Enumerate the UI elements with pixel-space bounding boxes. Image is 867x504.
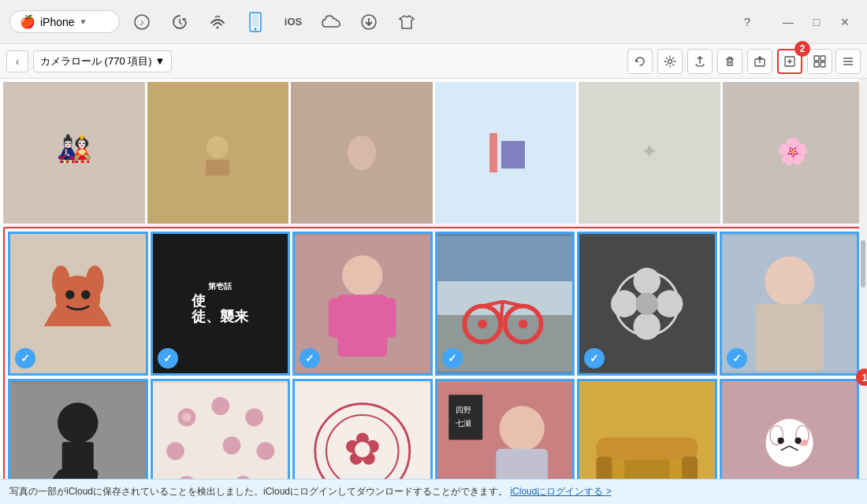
photo-item[interactable]: ✓: [8, 379, 148, 479]
settings-button[interactable]: [657, 49, 683, 74]
close-button[interactable]: ✕: [832, 9, 858, 35]
svg-text:✦: ✦: [641, 139, 658, 163]
svg-rect-97: [496, 449, 548, 479]
photo-item[interactable]: [147, 82, 289, 224]
svg-rect-93: [448, 395, 482, 439]
photo-item[interactable]: ✓: [435, 232, 575, 376]
svg-point-65: [634, 313, 660, 339]
photo-item[interactable]: 四野七瀬 ✓: [435, 379, 575, 479]
album-name-label: カメラロール (770 項目): [40, 54, 152, 69]
phone-icon[interactable]: [240, 6, 271, 38]
grid-view-button[interactable]: [807, 49, 832, 74]
cloud-icon[interactable]: [315, 6, 347, 38]
svg-rect-19: [814, 56, 819, 61]
delete-button[interactable]: [717, 49, 742, 74]
svg-point-110: [794, 438, 801, 444]
svg-point-46: [81, 290, 90, 298]
svg-rect-71: [755, 303, 823, 371]
export-button[interactable]: [747, 49, 772, 74]
check-icon: ✓: [15, 348, 35, 369]
svg-point-109: [777, 438, 783, 444]
svg-rect-6: [252, 14, 259, 27]
photo-item[interactable]: ✓: [577, 379, 717, 479]
svg-point-48: [342, 255, 382, 295]
shirt-icon[interactable]: [391, 6, 422, 38]
photo-item[interactable]: ✓: [292, 232, 433, 376]
selected-row-2: ✓ ✓ ✿ ✓: [5, 377, 862, 479]
ios-icon[interactable]: iOS: [277, 6, 309, 38]
svg-rect-74: [62, 442, 94, 479]
svg-point-80: [211, 397, 229, 415]
upload-button[interactable]: [687, 49, 713, 74]
view-toggle: [807, 49, 861, 74]
back-button[interactable]: ‹: [6, 50, 28, 72]
svg-rect-22: [820, 62, 825, 67]
svg-point-81: [245, 408, 263, 426]
svg-point-96: [499, 406, 544, 451]
apple-logo-icon: 🍎: [20, 14, 35, 29]
top-toolbar: 🍎 iPhone ▼ ♪ iOS ? — □ ✕: [0, 0, 867, 44]
svg-rect-102: [596, 438, 698, 461]
photo-item[interactable]: [435, 82, 577, 224]
top-photo-row: 🎎 ✦ 🌸: [0, 79, 867, 225]
photo-item[interactable]: ✿ ✓: [292, 379, 433, 479]
minimize-button[interactable]: —: [776, 9, 801, 35]
device-dropdown-arrow: ▼: [80, 17, 87, 26]
check-icon: ✓: [158, 348, 178, 369]
download-icon[interactable]: [353, 6, 385, 38]
photo-item[interactable]: ✓: [577, 232, 717, 376]
window-controls: — □ ✕: [776, 9, 858, 35]
history-icon[interactable]: [164, 6, 195, 38]
svg-point-32: [348, 135, 376, 170]
photo-item[interactable]: ✓: [720, 232, 860, 376]
scroll-thumb[interactable]: [861, 240, 865, 287]
notification-bar: 写真の一部がiCloudに保存されていることを検出しました。iCloudにログイ…: [0, 479, 867, 504]
svg-rect-34: [489, 133, 497, 172]
photo-item[interactable]: ✦: [579, 82, 720, 224]
svg-point-113: [801, 439, 807, 446]
svg-text:四野: 四野: [455, 406, 471, 414]
svg-point-7: [255, 28, 257, 30]
photo-item[interactable]: 🎎: [3, 82, 145, 224]
help-icon[interactable]: ?: [731, 6, 763, 38]
svg-point-45: [65, 290, 74, 298]
badge-2: 2: [794, 41, 810, 57]
svg-point-4: [217, 26, 219, 28]
wifi-sync-icon[interactable]: [202, 6, 233, 38]
svg-point-70: [765, 256, 814, 306]
selection-border: 1 ✓ 第壱話 使徒、襲来 ✓: [3, 227, 864, 480]
svg-point-10: [668, 59, 672, 63]
photo-item[interactable]: hello,hello kitty ✓: [720, 379, 860, 479]
svg-rect-20: [820, 56, 825, 61]
svg-point-84: [256, 442, 274, 460]
check-icon: ✓: [442, 348, 463, 369]
svg-text:♪: ♪: [140, 17, 144, 27]
svg-point-58: [518, 319, 527, 328]
list-view-button[interactable]: [835, 49, 861, 74]
scrollbar[interactable]: [859, 79, 867, 479]
icloud-login-link[interactable]: iCloudにログインする >: [510, 485, 611, 498]
maximize-button[interactable]: □: [804, 9, 829, 35]
photo-item[interactable]: ✓: [151, 379, 291, 479]
svg-rect-51: [378, 298, 396, 337]
svg-rect-30: [206, 160, 229, 176]
svg-point-79: [182, 413, 191, 421]
svg-point-83: [222, 436, 240, 454]
svg-rect-54: [437, 281, 573, 315]
photo-item[interactable]: ✓: [8, 232, 148, 376]
photo-item[interactable]: 第壱話 使徒、襲来 ✓: [151, 232, 291, 376]
svg-point-67: [656, 290, 683, 317]
photo-item[interactable]: 🌸: [723, 82, 865, 224]
svg-rect-21: [814, 62, 819, 67]
refresh-button[interactable]: [627, 49, 653, 74]
album-selector[interactable]: カメラロール (770 項目) ▼: [33, 50, 172, 72]
svg-text:🌸: 🌸: [777, 136, 809, 166]
device-selector[interactable]: 🍎 iPhone ▼: [9, 10, 120, 33]
svg-text:✿: ✿: [344, 424, 381, 474]
music-icon[interactable]: ♪: [126, 6, 158, 38]
secondary-toolbar: ‹ カメラロール (770 項目) ▼ 2: [0, 44, 867, 79]
check-icon: ✓: [727, 348, 747, 369]
svg-line-61: [500, 301, 503, 324]
check-icon: ✓: [300, 348, 320, 369]
photo-item[interactable]: [291, 82, 433, 224]
